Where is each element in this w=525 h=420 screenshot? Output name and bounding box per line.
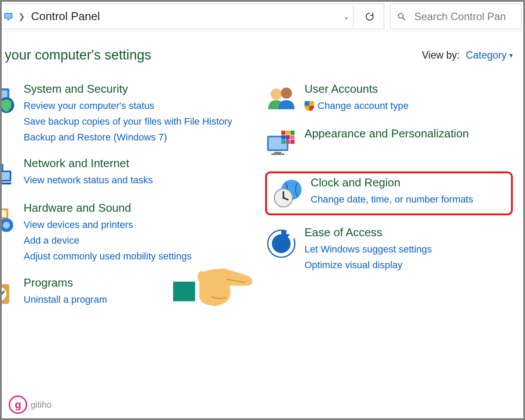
search-box[interactable] [390,4,522,29]
category-appearance: Appearance and Personalization [265,127,513,161]
search-icon [397,11,406,22]
network-icon [0,158,17,191]
toolbar: ❯ Control Panel ⌄ [2,2,523,32]
svg-rect-31 [286,140,290,144]
hardware-icon [0,203,17,235]
category-network-internet: Network and Internet View network status… [2,157,249,191]
category-title[interactable]: User Accounts [304,82,513,96]
category-user-accounts: User Accounts Change account type [265,82,513,116]
watermark-text: gitiho [31,400,52,410]
system-security-icon [0,84,17,116]
link-review-status[interactable]: Review your computer's status [24,99,249,112]
svg-point-19 [281,88,292,98]
view-by-value: Category [466,49,507,61]
category-title[interactable]: Clock and Region [311,176,507,189]
link-optimize-display[interactable]: Optimize visual display [304,259,513,272]
page-header: st your computer's settings View by: Cat… [2,32,523,66]
clock-region-icon [271,178,304,210]
link-uninstall-program[interactable]: Uninstall a program [24,293,249,306]
link-network-status[interactable]: View network status and tasks [24,174,249,187]
svg-point-15 [3,222,10,229]
watermark: g gitiho [9,396,52,414]
category-ease-of-access: Ease of Access Let Windows suggest setti… [265,226,513,274]
svg-point-37 [282,197,284,199]
svg-rect-29 [290,135,294,139]
svg-rect-2 [7,19,10,20]
watermark-logo-icon: g [9,396,27,414]
address-bar[interactable]: ❯ Control Panel ⌄ [0,4,354,29]
svg-rect-13 [0,210,7,217]
svg-rect-25 [286,131,290,135]
category-hardware-sound: Hardware and Sound View devices and prin… [2,201,249,265]
view-by-label: View by: [422,49,460,61]
link-add-device[interactable]: Add a device [24,234,249,247]
user-accounts-icon [265,84,298,116]
left-column: System and Security Review your computer… [2,82,249,321]
link-windows-suggest[interactable]: Let Windows suggest settings [304,243,513,256]
svg-line-4 [403,18,406,20]
categories: System and Security Review your computer… [2,66,523,321]
link-mobility-settings[interactable]: Adjust commonly used mobility settings [24,250,249,263]
search-input[interactable] [413,10,521,23]
svg-point-18 [271,88,282,99]
svg-rect-32 [290,140,294,144]
chevron-down-icon: ▾ [509,51,513,60]
category-system-security: System and Security Review your computer… [2,82,249,146]
breadcrumb-arrow-icon: ❯ [15,12,28,21]
category-clock-region: Clock and Region Change date, time, or n… [265,172,513,215]
link-date-time-formats[interactable]: Change date, time, or number formats [311,193,507,206]
appearance-icon [265,129,298,161]
category-programs: Programs Uninstall a program [2,276,249,310]
category-title[interactable]: Hardware and Sound [24,201,249,215]
svg-rect-24 [281,131,285,135]
breadcrumb-current[interactable]: Control Panel [28,7,104,26]
right-column: User Accounts Change account type [265,82,513,321]
svg-rect-10 [0,172,10,180]
refresh-button[interactable] [355,4,384,29]
category-title[interactable]: Appearance and Personalization [304,127,513,140]
address-dropdown-icon[interactable]: ⌄ [339,12,353,21]
link-file-history[interactable]: Save backup copies of your files with Fi… [24,115,249,128]
svg-rect-30 [281,140,285,144]
svg-rect-26 [290,131,294,135]
svg-rect-1 [5,14,12,18]
programs-icon [0,278,17,310]
link-change-account-type[interactable]: Change account type [304,99,513,112]
control-panel-icon [3,11,14,22]
svg-rect-27 [281,135,285,139]
page-title: st your computer's settings [0,47,151,63]
svg-point-3 [399,13,403,18]
ease-of-access-icon [265,228,298,260]
category-title[interactable]: Ease of Access [304,226,513,239]
view-by-dropdown[interactable]: Category ▾ [466,49,513,61]
category-title[interactable]: Programs [24,276,249,290]
link-devices-printers[interactable]: View devices and printers [24,218,249,231]
svg-rect-23 [271,154,284,155]
svg-rect-22 [274,152,281,153]
link-backup-restore[interactable]: Backup and Restore (Windows 7) [24,131,249,144]
category-title[interactable]: Network and Internet [24,157,249,170]
svg-rect-28 [286,135,290,139]
category-title[interactable]: System and Security [24,82,249,96]
